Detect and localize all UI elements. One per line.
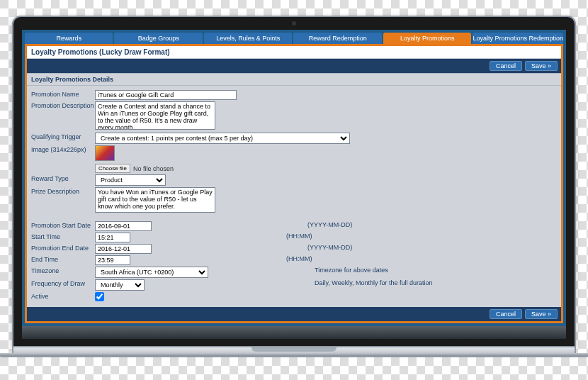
laptop-base [12,347,576,353]
section-header: Loyalty Promotions Details [27,73,561,86]
promotion-description-input[interactable]: Create a Contest and stand a chance to W… [95,101,215,130]
page-title: Loyalty Promotions (Lucky Draw Format) [27,46,561,59]
label-promotion-description: Promotion Description [31,101,95,109]
hint-end-date: (YYYY-MM-DD) [152,244,557,251]
tab-reward-redemption[interactable]: Reward Redemption [293,33,381,44]
tab-loyalty-redemption[interactable]: Loyalty Promotions Redemption [473,33,563,44]
page-container: Loyalty Promotions (Lucky Draw Format) C… [25,44,563,323]
label-start-date: Promotion Start Date [31,221,95,229]
timezone-select[interactable]: South Africa (UTC +0200) [95,267,208,278]
laptop-frame: Rewards Badge Groups Levels, Rules & Poi… [12,16,576,357]
label-frequency: Frequency of Draw [31,279,95,287]
hint-start-date: (YYYY-MM-DD) [152,221,557,228]
screen-bezel: Rewards Badge Groups Levels, Rules & Poi… [12,16,576,347]
keyboard-area [22,326,566,339]
label-reward-type: Reward Type [31,174,95,182]
button-row-bottom: Cancel Save » [27,307,561,321]
start-time-input[interactable] [95,233,130,242]
label-start-time: Start Time [31,233,95,240]
label-image: Image (314x226px) [31,145,95,153]
camera-icon [292,21,296,26]
label-qualifying-trigger: Qualifying Trigger [31,133,95,140]
hint-frequency: Daily, Weekly, Monthly for the full dura… [145,279,557,286]
screen: Rewards Badge Groups Levels, Rules & Poi… [22,30,566,326]
button-row-top: Cancel Save » [27,59,561,73]
prize-description-input[interactable]: You have Won an iTunes or Google Play gi… [95,187,215,213]
hint-timezone: Timezone for above dates [208,267,557,274]
laptop-base-edge [0,353,588,357]
image-preview [95,145,115,161]
tab-rewards[interactable]: Rewards [25,33,113,44]
save-button[interactable]: Save » [525,61,558,71]
active-checkbox[interactable] [95,292,104,301]
tab-badge-groups[interactable]: Badge Groups [114,33,202,44]
qualifying-trigger-select[interactable]: Create a contest: 1 points per contest (… [95,133,350,144]
choose-file-button[interactable]: Choose file [95,164,130,173]
reward-type-select[interactable]: Product [95,174,166,186]
cancel-button-bottom[interactable]: Cancel [490,309,522,319]
label-promotion-name: Promotion Name [31,90,95,98]
label-end-date: Promotion End Date [31,244,95,252]
frequency-select[interactable]: Monthly [95,279,145,291]
label-active: Active [31,292,95,300]
cancel-button[interactable]: Cancel [490,61,522,71]
label-timezone: Timezone [31,267,95,274]
end-date-input[interactable] [95,244,152,254]
promotion-name-input[interactable] [95,90,237,100]
save-button-bottom[interactable]: Save » [525,309,558,319]
tab-levels[interactable]: Levels, Rules & Points [204,33,292,44]
hint-end-time: (HH:MM) [130,255,557,262]
trackpad-notch [251,347,337,352]
tab-loyalty-promotions[interactable]: Loyalty Promotions [383,33,471,44]
label-end-time: End Time [31,255,95,263]
hint-start-time: (HH:MM) [130,233,557,240]
start-date-input[interactable] [95,221,152,231]
form-body: Promotion Name Promotion Description Cre… [27,86,561,307]
tab-bar: Rewards Badge Groups Levels, Rules & Poi… [25,33,563,44]
label-prize-description: Prize Description [31,187,95,195]
file-status-text: No file chosen [133,165,174,172]
end-time-input[interactable] [95,255,130,265]
